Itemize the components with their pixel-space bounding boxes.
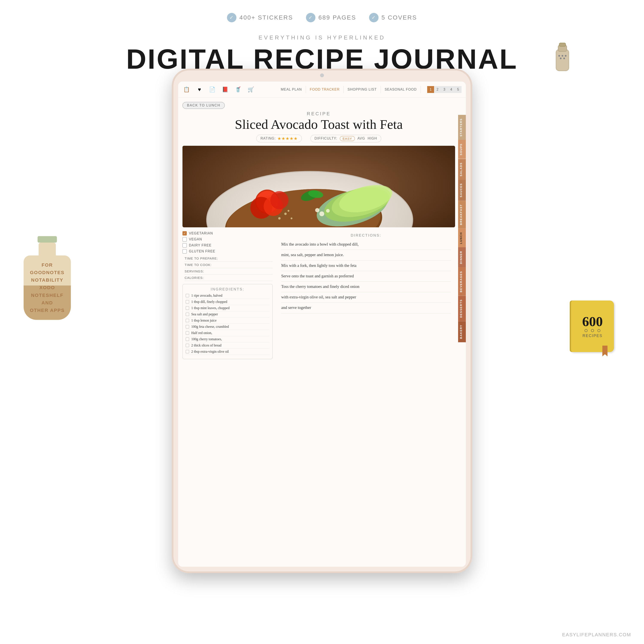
difficulty-box: DIFFICULTY: EASY AVG HIGH: [310, 135, 381, 142]
svg-point-29: [326, 209, 330, 213]
time-prepare-label: TIME TO PREPARE:: [185, 257, 218, 260]
direction-7: and serve together: [281, 304, 451, 313]
nav-icon-6[interactable]: 🛒: [247, 85, 255, 94]
svg-point-25: [270, 191, 289, 209]
label-dairy-free: DAIRY FREE: [189, 243, 211, 247]
tab-starters[interactable]: STARTERS: [458, 115, 466, 140]
tab-bakery[interactable]: BAKERY: [458, 321, 466, 342]
back-to-lunch-button[interactable]: BACK TO LUNCH: [182, 102, 225, 109]
label-vegan: VEGAN: [189, 237, 202, 241]
ingredient-5: 1 tbsp lemon juice: [186, 319, 269, 324]
right-column: DIRECTIONS: Mix the avocado into a bowl …: [277, 231, 455, 377]
checkbox-vegan: VEGAN: [182, 237, 273, 241]
ing-check-8[interactable]: [186, 337, 189, 341]
nav-food-tracker[interactable]: FOOD TRACKER: [306, 86, 344, 93]
ingredient-text-8: 100g cherry tomatoes,: [191, 337, 222, 341]
tablet-camera: [320, 73, 324, 77]
book-bookmark: [602, 346, 608, 356]
rating-box: RATING: ★★★★★: [256, 135, 302, 142]
nav-icon-4[interactable]: 📕: [221, 85, 229, 94]
ing-check-5[interactable]: [186, 319, 189, 322]
tab-soups[interactable]: SOUPS: [458, 140, 466, 159]
svg-point-7: [563, 58, 565, 59]
check-icon-stickers: ✓: [227, 13, 236, 22]
ingredient-text-7: Half red onion,: [191, 331, 212, 335]
nav-shopping-list[interactable]: SHOPPING LIST: [344, 86, 381, 93]
ing-check-4[interactable]: [186, 313, 189, 316]
ingredient-1: 1 ripe avocado, halved: [186, 294, 269, 299]
directions-title: DIRECTIONS:: [281, 233, 451, 238]
bottom-content: ✓ VEGETARIAN VEGAN DAIRY FREE: [182, 231, 455, 377]
ing-check-2[interactable]: [186, 300, 189, 304]
svg-point-5: [565, 55, 567, 57]
label-gluten-free: GLUTEN FREE: [189, 249, 215, 253]
page-num-2[interactable]: 2: [434, 86, 441, 93]
page-num-4[interactable]: 4: [448, 86, 455, 93]
direction-2: mint, sea salt, pepper and lemon juice.: [281, 251, 451, 260]
badge-pages: ✓ 689 PAGES: [306, 13, 356, 22]
left-column: ✓ VEGETARIAN VEGAN DAIRY FREE: [182, 231, 273, 377]
difficulty-high[interactable]: HIGH: [368, 137, 377, 140]
badge-pages-label: 689 PAGES: [318, 14, 356, 21]
svg-point-31: [585, 329, 587, 332]
page-num-3[interactable]: 3: [441, 86, 448, 93]
nav-icon-3[interactable]: 📄: [208, 85, 216, 94]
bottle-neck: [39, 243, 56, 255]
page-num-1[interactable]: 1: [427, 86, 434, 93]
checkbox-dairy-free-input[interactable]: [182, 243, 187, 248]
tab-lunch[interactable]: LUNCH: [458, 229, 466, 248]
ing-check-1[interactable]: [186, 294, 189, 297]
servings-row: SERVINGS:: [185, 269, 273, 275]
ing-check-10[interactable]: [186, 350, 189, 353]
ingredient-text-9: 2 thick slices of bread: [191, 343, 221, 347]
difficulty-avg[interactable]: AVG: [357, 137, 365, 140]
recipe-book-decoration: 600 RECIPES: [571, 301, 618, 356]
tab-sauces[interactable]: SAUCES: [458, 180, 466, 201]
tablet-device: 📋 ♥ 📄 📕 🥤 🛒 MEAL PLAN FOOD TRACKER SHOPP…: [172, 69, 472, 573]
nav-seasonal-food[interactable]: SEASONAL FOOD: [381, 86, 421, 93]
svg-rect-2: [559, 43, 566, 46]
ingredient-text-10: 2 tbsp extra-virgin olive oil: [191, 350, 229, 354]
bottle-text: FORGOODNOTESNOTABILITYXODONOTESHELFANDOT…: [30, 261, 65, 314]
tab-beverages[interactable]: BEVERAGES: [458, 267, 466, 296]
nav-icon-1[interactable]: 📋: [182, 85, 191, 94]
ingredient-2: 1 tbsp dill, finely chopped: [186, 300, 269, 305]
bottle-cap: [38, 236, 57, 243]
tab-desserts[interactable]: DESSERTS: [458, 296, 466, 321]
food-photo-inner: [182, 146, 455, 227]
nav-icon-2[interactable]: ♥: [195, 85, 204, 94]
tab-breakfast[interactable]: BREAKFAST: [458, 201, 466, 228]
tablet-screen: 📋 ♥ 📄 📕 🥤 🛒 MEAL PLAN FOOD TRACKER SHOPP…: [178, 82, 466, 567]
nav-meal-plan[interactable]: MEAL PLAN: [277, 86, 306, 93]
nav-icon-5[interactable]: 🥤: [234, 85, 242, 94]
ing-check-6[interactable]: [186, 325, 189, 328]
time-cook-row: TIME TO COOK:: [185, 263, 273, 268]
page-num-5[interactable]: 5: [455, 86, 462, 93]
top-navigation: 📋 ♥ 📄 📕 🥤 🛒 MEAL PLAN FOOD TRACKER SHOPP…: [178, 82, 466, 98]
difficulty-label: DIFFICULTY:: [314, 137, 337, 140]
direction-5: Toss the cherry tomatoes and finely dice…: [281, 283, 451, 292]
svg-point-30: [315, 208, 319, 212]
ingredient-text-2: 1 tbsp dill, finely chopped: [191, 300, 227, 304]
tab-salads[interactable]: SALADS: [458, 159, 466, 180]
checkbox-gluten-free-input[interactable]: [182, 249, 187, 254]
ing-check-3[interactable]: [186, 306, 189, 310]
ing-check-7[interactable]: [186, 331, 189, 335]
badge-stickers: ✓ 400+ STICKERS: [227, 13, 293, 22]
ingredient-10: 2 tbsp extra-virgin olive oil: [186, 350, 269, 355]
checkbox-vegan-input[interactable]: [182, 237, 187, 241]
ingredient-7: Half red onion,: [186, 331, 269, 336]
ingredient-9: 2 thick slices of bread: [186, 343, 269, 349]
nav-menu: MEAL PLAN FOOD TRACKER SHOPPING LIST SEA…: [277, 86, 421, 93]
ing-check-9[interactable]: [186, 344, 189, 347]
tab-dinner[interactable]: DINNER: [458, 247, 466, 267]
svg-rect-0: [556, 49, 569, 71]
rating-difficulty-row: RATING: ★★★★★ DIFFICULTY: EASY AVG HIGH: [182, 135, 455, 142]
ingredient-8: 100g cherry tomatoes,: [186, 337, 269, 342]
ingredient-text-5: 1 tbsp lemon juice: [191, 319, 217, 322]
subtitle: EVERYTHING IS HYPERLINKED: [258, 34, 385, 41]
difficulty-easy[interactable]: EASY: [340, 136, 355, 141]
checkbox-vegetarian-input[interactable]: ✓: [182, 231, 187, 235]
ingredient-3: 1 tbsp mint leaves, chopped: [186, 306, 269, 311]
watermark: EASYLIFEPLANNERS.COM: [562, 632, 631, 638]
